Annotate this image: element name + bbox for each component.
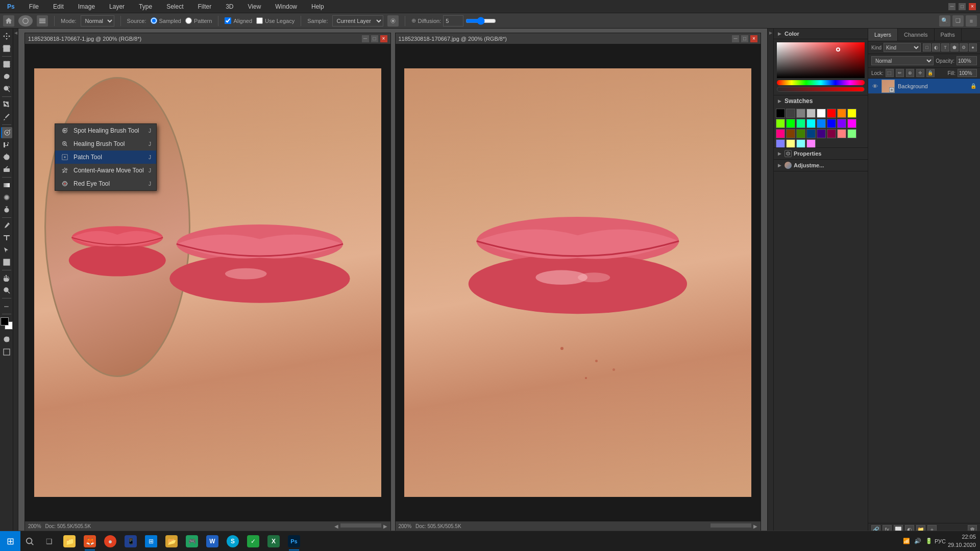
ctx-content-aware[interactable]: Content-Aware Move Tool J (55, 164, 156, 177)
taskbar-app-folder2[interactable]: 📂 (161, 531, 182, 552)
filter-adj-btn[interactable]: ◐ (932, 43, 940, 52)
swatch-00ff00[interactable] (786, 119, 795, 128)
swatch-8000ff[interactable] (837, 119, 846, 128)
swatches-expand-icon[interactable]: ▶ (778, 98, 781, 104)
ps-logo[interactable]: Ps (4, 2, 18, 11)
source-sampled-option[interactable]: Sampled (151, 17, 181, 24)
mode-dropdown[interactable]: Normal (81, 15, 114, 27)
swatch-80ff80[interactable] (847, 129, 856, 138)
adjustments-expand-icon[interactable]: ▶ (778, 163, 781, 168)
lock-artboard-btn[interactable]: ⊕ (906, 69, 914, 77)
swatch-8080ff[interactable] (776, 139, 785, 147)
clone-stamp-btn[interactable] (1, 139, 12, 151)
lasso-tool-btn[interactable] (1, 71, 12, 82)
tool-options-icon[interactable] (37, 15, 48, 27)
scroll-left-1[interactable]: ◀ (334, 523, 338, 529)
crop-tool-btn[interactable] (1, 99, 12, 110)
start-button[interactable]: ⊞ (0, 531, 20, 552)
properties-expand-icon[interactable]: ▶ (778, 151, 781, 156)
swatch-00ffff[interactable] (806, 119, 816, 128)
sample-dropdown[interactable]: Current Layer (332, 15, 383, 27)
doc-minimize-1[interactable]: ─ (362, 35, 369, 42)
swatch-ff8000[interactable] (837, 109, 846, 118)
doc-minimize-2[interactable]: ─ (732, 35, 739, 42)
collapse-btn[interactable]: ◀ (13, 31, 18, 35)
move-tool-btn[interactable] (1, 31, 12, 42)
taskbar-app-game[interactable]: 🎮 (182, 531, 202, 552)
doc-canvas-2[interactable] (396, 44, 761, 521)
swatch-400080[interactable] (817, 129, 826, 138)
menu-window[interactable]: Window (272, 2, 300, 11)
tab-layers[interactable]: Layers (868, 29, 898, 41)
collapse-right-btn[interactable]: ▶ (768, 31, 773, 35)
shape-tool-btn[interactable] (1, 257, 12, 268)
lock-paint-btn[interactable]: ✏ (896, 69, 904, 77)
more-tools-btn[interactable]: ••• (1, 300, 12, 312)
swatch-404040[interactable] (786, 109, 795, 118)
ctx-spot-healing[interactable]: Spot Healing Brush Tool J (55, 124, 156, 137)
tab-paths[interactable]: Paths (935, 29, 962, 41)
pen-tool-btn[interactable] (1, 220, 12, 231)
path-select-btn[interactable] (1, 244, 12, 256)
taskbar-app-blue[interactable]: 📱 (120, 531, 141, 552)
menu-edit[interactable]: Edit (50, 2, 67, 11)
taskbar-file-explorer[interactable]: 📁 (59, 531, 80, 552)
doc-canvas-1[interactable]: Spot Healing Brush Tool J (25, 44, 390, 521)
swatch-808080[interactable] (796, 109, 805, 118)
scroll-right-1[interactable]: ▶ (383, 523, 387, 529)
taskbar-app-excel[interactable]: X (263, 531, 284, 552)
close-btn[interactable]: × (969, 3, 976, 10)
blend-mode-dropdown[interactable]: Normal (871, 56, 934, 65)
filter-pixel-btn[interactable]: □ (923, 43, 931, 52)
screen-mode-btn[interactable] (3, 348, 11, 358)
type-tool-btn[interactable] (1, 232, 12, 243)
taskbar-task-view[interactable]: ❑ (39, 531, 59, 552)
gradient-btn[interactable] (1, 180, 12, 191)
swatch-80ff00[interactable] (776, 119, 785, 128)
taskbar-app-win[interactable]: ⊞ (141, 531, 161, 552)
lock-transparent-btn[interactable]: ⬚ (886, 69, 894, 77)
swatch-c0c0c0[interactable] (806, 109, 816, 118)
ctx-red-eye[interactable]: Red Eye Tool J (55, 177, 156, 190)
hscrollbar-2[interactable] (710, 523, 751, 528)
filter-toggle-btn[interactable]: ● (969, 43, 977, 52)
panel-expand-icon[interactable]: ▶ (778, 31, 781, 36)
lock-position-btn[interactable]: ✛ (916, 69, 924, 77)
swatch-0080ff[interactable] (817, 119, 826, 128)
artboard-tool-btn[interactable] (1, 43, 12, 54)
quick-select-btn[interactable] (1, 83, 12, 94)
zoom-tool-btn[interactable] (1, 285, 12, 296)
color-spectrum[interactable] (777, 42, 865, 78)
taskbar-photoshop[interactable]: Ps (284, 531, 304, 552)
swatch-004080[interactable] (806, 129, 816, 138)
kind-dropdown[interactable]: Kind (884, 43, 921, 52)
swatch-00ff80[interactable] (796, 119, 805, 128)
aligned-checkbox[interactable]: Aligned (225, 17, 252, 24)
dodge-btn[interactable] (1, 204, 12, 215)
menu-3d[interactable]: 3D (223, 2, 236, 11)
lock-all-btn[interactable]: 🔒 (926, 69, 935, 77)
fg-color-swatch[interactable] (1, 317, 9, 325)
swatch-ff80ff[interactable] (806, 139, 816, 147)
minimize-btn[interactable]: ─ (948, 3, 955, 10)
swatch-000000[interactable] (776, 109, 785, 118)
workspaces-btn[interactable]: ≡ (966, 15, 977, 27)
ctx-patch-tool[interactable]: Patch Tool J (55, 151, 156, 164)
healing-brush-tool-btn[interactable] (1, 127, 12, 138)
filter-shape-btn[interactable]: ⬟ (950, 43, 959, 52)
swatch-408000[interactable] (796, 129, 805, 138)
source-pattern-option[interactable]: Pattern (185, 17, 212, 24)
swatch-ffffff[interactable] (817, 109, 826, 118)
layer-item-background[interactable]: 👁 Background 🔒 (868, 79, 980, 94)
arrange-btn[interactable]: ❑ (952, 15, 964, 27)
alpha-slider[interactable] (777, 87, 865, 92)
taskbar-app-skype[interactable]: S (223, 531, 243, 552)
swatch-0000ff[interactable] (827, 119, 836, 128)
history-brush-btn[interactable] (1, 152, 12, 163)
swatch-ffff00[interactable] (847, 109, 856, 118)
use-legacy-checkbox[interactable]: Use Legacy (256, 17, 295, 24)
hscrollbar-1[interactable] (340, 523, 381, 528)
fill-input[interactable] (958, 69, 977, 77)
marquee-tool-btn[interactable] (1, 59, 12, 70)
hue-slider[interactable] (777, 80, 865, 85)
